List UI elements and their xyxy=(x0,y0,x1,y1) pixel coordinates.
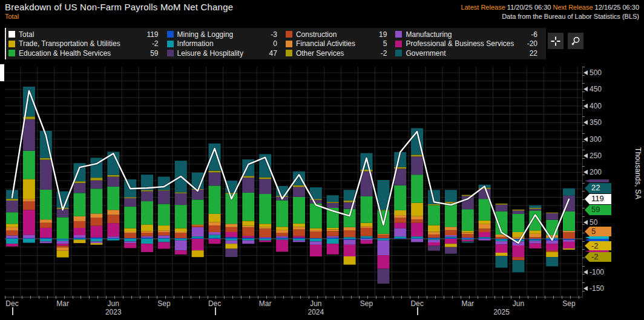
legend-column: Manufacturing-6Professional & Business S… xyxy=(395,30,537,58)
segment-government xyxy=(462,241,474,242)
segment-construction xyxy=(428,235,440,238)
legend-label: Manufacturing xyxy=(406,30,516,39)
page-title: Breakdown of US Non-Farm Payrolls MoM Ne… xyxy=(5,2,233,12)
segment-information xyxy=(6,239,18,244)
legend-item-mining[interactable]: Mining & Logging-3 xyxy=(167,30,277,39)
chart-plot[interactable] xyxy=(5,67,583,298)
legend-item-professional[interactable]: Professional & Business Services-20 xyxy=(395,39,537,48)
bar-stack-Apr-2025[interactable] xyxy=(479,185,491,241)
segment-professional xyxy=(40,228,52,238)
segment-education xyxy=(479,199,491,221)
segment-leisure xyxy=(259,179,271,194)
axis-badge-professional xyxy=(585,250,609,252)
segment-manufacturing xyxy=(192,227,204,236)
legend-item-manufacturing[interactable]: Manufacturing-6 xyxy=(395,30,537,39)
segment-financial xyxy=(6,227,18,231)
bar-stack-Feb-2023[interactable] xyxy=(40,131,52,243)
bar-stack-Oct-2024[interactable] xyxy=(377,180,389,284)
segment-professional xyxy=(242,236,254,238)
segment-financial xyxy=(158,230,170,232)
segment-construction xyxy=(242,227,254,236)
segment-financial xyxy=(445,227,457,230)
legend-label: Leisure & Hospitality xyxy=(177,49,255,58)
segment-mining xyxy=(310,238,322,239)
x-tick-month: Mar xyxy=(49,299,77,308)
segment-education xyxy=(192,199,204,224)
segment-other xyxy=(563,249,575,250)
segment-professional xyxy=(158,242,170,249)
legend-item-information[interactable]: Information0 xyxy=(167,39,277,48)
bar-stack-Aug-2023[interactable] xyxy=(141,175,153,252)
segment-financial xyxy=(310,230,322,232)
segment-manufacturing xyxy=(496,241,508,245)
tick-arrow-icon xyxy=(583,70,588,75)
segment-financial xyxy=(242,226,254,228)
segment-manufacturing xyxy=(411,239,423,242)
legend-item-construction[interactable]: Construction19 xyxy=(286,30,387,39)
legend-label: Construction xyxy=(296,30,366,39)
segment-leisure xyxy=(428,246,440,251)
segment-mining xyxy=(327,238,339,239)
bar-stack-May-2023[interactable] xyxy=(90,158,102,245)
legend-column: Total119Trade, Transportation & Utilitie… xyxy=(8,30,159,58)
crosshair-button[interactable] xyxy=(548,33,564,49)
segment-leisure xyxy=(175,193,187,205)
tick-arrow-icon xyxy=(583,170,588,175)
segment-financial xyxy=(259,227,271,229)
segment-government xyxy=(327,195,339,202)
x-tick-month: Dec xyxy=(0,299,26,308)
segment-information xyxy=(175,239,187,241)
bar-stack-Sep-2024[interactable] xyxy=(361,153,373,244)
legend-item-other[interactable]: Other Services-2 xyxy=(286,48,387,58)
segment-professional xyxy=(209,239,221,244)
bar-stack-Jul-2024[interactable] xyxy=(327,195,339,255)
legend-item-financial[interactable]: Financial Activities5 xyxy=(286,39,387,48)
segment-financial xyxy=(23,199,35,201)
bar-stack-Sep-2025[interactable] xyxy=(563,188,575,250)
segment-professional xyxy=(479,232,491,237)
segment-leisure xyxy=(209,172,221,185)
segment-manufacturing xyxy=(310,241,322,245)
y-tick-350: 350 xyxy=(583,118,602,127)
legend-item-leisure[interactable]: Leisure & Hospitality47 xyxy=(167,48,277,58)
segment-manufacturing xyxy=(141,236,153,238)
segment-leisure xyxy=(496,205,508,212)
segment-financial xyxy=(563,231,575,233)
bar-stack-Feb-2025[interactable] xyxy=(445,190,457,253)
segment-leisure xyxy=(327,203,339,208)
segment-mining xyxy=(529,239,541,240)
segment-government xyxy=(496,256,508,268)
segment-trade xyxy=(259,224,271,227)
segment-professional xyxy=(529,244,541,248)
segment-professional xyxy=(546,244,558,250)
segment-mining xyxy=(23,238,35,239)
legend-item-education[interactable]: Education & Health Services59 xyxy=(8,48,159,58)
legend-column: Mining & Logging-3Information0Leisure & … xyxy=(167,30,277,58)
segment-professional xyxy=(225,232,237,237)
segment-trade xyxy=(428,225,440,232)
legend-item-total[interactable]: Total119 xyxy=(8,30,159,39)
segment-construction xyxy=(411,219,423,223)
segment-leisure xyxy=(40,160,52,190)
bar-stack-Jul-2025[interactable] xyxy=(529,205,541,248)
segment-information xyxy=(23,239,35,243)
latest-release-label: Latest Release xyxy=(461,4,505,11)
tick-arrow-icon xyxy=(583,137,588,142)
segment-information xyxy=(327,239,339,244)
segment-professional xyxy=(428,242,440,246)
legend-item-government[interactable]: Government22 xyxy=(395,48,537,58)
bar-stack-Oct-2023[interactable] xyxy=(175,161,187,255)
segment-trade xyxy=(158,225,170,230)
segment-other xyxy=(411,155,423,156)
segment-construction xyxy=(529,237,541,239)
segment-trade xyxy=(310,228,322,230)
segment-leisure xyxy=(411,156,423,175)
zoom-button[interactable] xyxy=(568,33,583,49)
bar-stack-Nov-2023[interactable] xyxy=(192,173,204,257)
total-swatch-icon xyxy=(8,31,15,38)
segment-mining xyxy=(6,238,18,239)
bar-stack-Mar-2025[interactable] xyxy=(462,195,474,243)
x-tick-month: Sep xyxy=(352,299,380,308)
bar-stack-Dec-2022[interactable] xyxy=(6,190,18,246)
legend-item-trade[interactable]: Trade, Transportation & Utilities-2 xyxy=(8,39,159,48)
